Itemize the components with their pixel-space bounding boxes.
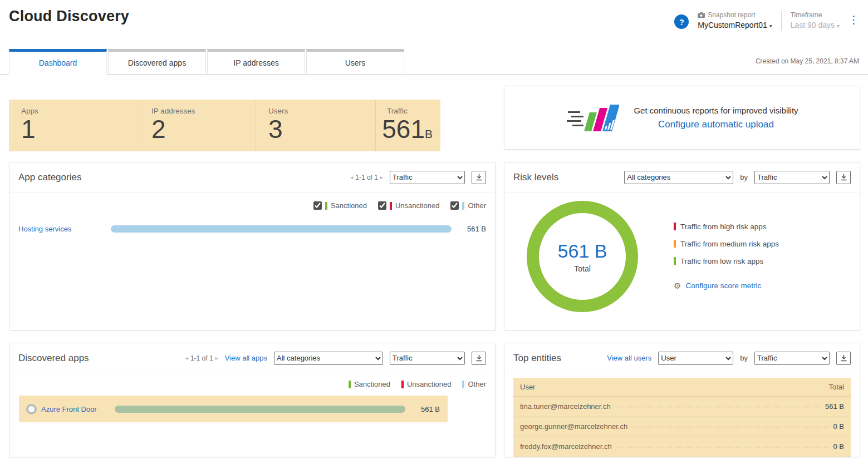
- app-link[interactable]: Azure Front Door: [41, 405, 115, 413]
- chevron-down-icon: ▾: [769, 23, 772, 29]
- other-color-chip: [462, 381, 464, 388]
- chevron-down-icon: ▾: [837, 23, 840, 29]
- risk-legend: Traffic from high risk apps Traffic from…: [674, 223, 779, 291]
- pager-prev-icon[interactable]: ◂: [350, 174, 353, 180]
- risk-donut-chart: 561 B Total: [527, 201, 638, 312]
- donut-total-value: 561 B: [558, 240, 607, 262]
- snapshot-report-selector[interactable]: Snapshot report MyCustomReport01 ▾: [698, 11, 772, 29]
- donut-total-label: Total: [574, 264, 591, 273]
- dotted-leader: [630, 427, 830, 427]
- risk-levels-category-select[interactable]: All categories: [624, 171, 733, 184]
- other-color-chip: [462, 202, 464, 210]
- category-bar-track: [111, 225, 452, 233]
- table-row[interactable]: tina.tuner@marcelzehner.ch 561 B: [513, 397, 851, 417]
- more-options-icon[interactable]: ⋮: [849, 14, 859, 25]
- timeframe-selector[interactable]: Timeframe Last 90 days ▾: [791, 11, 840, 29]
- top-entities-metric-select[interactable]: Traffic: [754, 352, 830, 365]
- tab-users[interactable]: Users: [306, 49, 404, 75]
- legend-sanctioned: Sanctioned: [349, 380, 390, 388]
- pager-prev-icon[interactable]: ◂: [185, 355, 188, 361]
- dashboard-content: Apps 1 IP addresses 2 Users 3 Traffic 56…: [0, 86, 868, 457]
- top-bar: Cloud Discovery ? Snapshot report MyCust…: [0, 0, 868, 28]
- legend-sanctioned: Sanctioned: [313, 201, 367, 210]
- configure-upload-link[interactable]: Configure automatic upload: [658, 119, 774, 130]
- by-label: by: [740, 354, 748, 362]
- pager-next-icon[interactable]: ▸: [380, 174, 383, 180]
- user-total: 0 B: [833, 422, 844, 431]
- user-email: tina.tuner@marcelzehner.ch: [520, 402, 611, 411]
- pager-range: 1-1 of 1: [190, 354, 213, 362]
- top-entities-title: Top entities: [513, 353, 561, 364]
- banner-message: Get continuous reports for improved visi…: [634, 106, 798, 115]
- top-entities-entity-select[interactable]: User: [658, 352, 733, 365]
- low-risk-color-chip: [674, 257, 676, 265]
- discovered-apps-category-select[interactable]: All categories: [274, 352, 383, 365]
- app-icon: [26, 404, 37, 414]
- legend-unsanctioned: Unsanctioned: [378, 201, 440, 210]
- upload-banner: Get continuous reports for improved visi…: [504, 86, 860, 150]
- summary-traffic: Traffic 561B: [376, 100, 440, 151]
- app-categories-metric-select[interactable]: Traffic: [390, 171, 465, 184]
- page-title: Cloud Discovery: [9, 8, 129, 25]
- help-button[interactable]: ?: [674, 14, 689, 29]
- sanctioned-color-chip: [325, 202, 327, 210]
- created-on-text: Created on May 25, 2021, 8:37 AM: [756, 57, 859, 74]
- download-icon: [840, 354, 847, 362]
- legend-other: Other: [462, 380, 486, 388]
- summary-strip: Apps 1 IP addresses 2 Users 3 Traffic 56…: [9, 100, 440, 151]
- top-bar-actions: ? Snapshot report MyCustomReport01 ▾ Tim…: [674, 11, 859, 31]
- by-label: by: [740, 173, 748, 181]
- top-entities-card: Top entities View all users User by Traf…: [504, 343, 860, 457]
- download-icon: [475, 174, 483, 181]
- summary-ip-addresses: IP addresses 2: [139, 100, 256, 151]
- download-icon: [475, 354, 483, 362]
- category-row: Hosting services 561 B: [9, 225, 495, 233]
- user-email: george.gunner@marcelzehner.ch: [520, 422, 627, 431]
- risk-levels-title: Risk levels: [513, 172, 558, 183]
- tab-ip-addresses[interactable]: IP addresses: [207, 49, 305, 75]
- download-button[interactable]: [472, 352, 486, 365]
- top-entities-table: User Total tina.tuner@marcelzehner.ch 56…: [513, 378, 851, 457]
- table-header: User Total: [513, 378, 851, 397]
- timeframe-label: Timeframe: [791, 11, 822, 19]
- configure-score-metric-link[interactable]: Configure score metric: [685, 282, 761, 290]
- reports-upload-icon: [566, 102, 619, 134]
- dotted-leader: [615, 447, 831, 447]
- download-button[interactable]: [472, 171, 486, 184]
- unsanctioned-checkbox[interactable]: [378, 201, 386, 210]
- legend-high-risk: Traffic from high risk apps: [674, 223, 779, 231]
- legend-medium-risk: Traffic from medium risk apps: [674, 240, 779, 248]
- summary-users: Users 3: [256, 100, 376, 151]
- category-value: 561 B: [452, 225, 486, 233]
- table-row[interactable]: freddy.fox@marcelzehner.ch 0 B: [513, 437, 851, 457]
- dotted-leader: [614, 407, 822, 407]
- discovered-apps-title: Discovered apps: [18, 353, 89, 364]
- risk-levels-card: Risk levels All categories by Traffic 56…: [504, 162, 860, 330]
- tab-discovered-apps[interactable]: Discovered apps: [108, 49, 206, 75]
- discovered-apps-card: Discovered apps ◂ 1-1 of 1 ▸ View all ap…: [9, 343, 496, 457]
- discovered-apps-metric-select[interactable]: Traffic: [390, 352, 465, 365]
- other-checkbox[interactable]: [450, 201, 459, 210]
- download-button[interactable]: [836, 171, 851, 184]
- sanctioned-checkbox[interactable]: [313, 201, 322, 210]
- category-link[interactable]: Hosting services: [18, 225, 111, 233]
- snapshot-report-value[interactable]: MyCustomReport01 ▾: [698, 21, 772, 29]
- medium-risk-color-chip: [674, 240, 676, 248]
- view-all-apps-link[interactable]: View all apps: [225, 354, 267, 362]
- pager-next-icon[interactable]: ▸: [215, 355, 218, 361]
- unsanctioned-color-chip: [401, 381, 404, 388]
- risk-levels-metric-select[interactable]: Traffic: [754, 171, 830, 184]
- app-categories-legend: Sanctioned Unsanctioned Other: [9, 192, 495, 210]
- app-categories-pager: ◂ 1-1 of 1 ▸: [350, 174, 383, 181]
- table-row[interactable]: george.gunner@marcelzehner.ch 0 B: [513, 417, 851, 437]
- tab-dashboard[interactable]: Dashboard: [9, 49, 107, 75]
- tab-strip: Dashboard Discovered apps IP addresses U…: [0, 49, 868, 75]
- timeframe-value[interactable]: Last 90 days ▾: [791, 21, 840, 29]
- sanctioned-color-chip: [349, 381, 351, 388]
- discovered-app-row[interactable]: Azure Front Door 561 B: [19, 396, 448, 422]
- app-value: 561 B: [405, 405, 440, 413]
- view-all-users-link[interactable]: View all users: [607, 354, 651, 362]
- download-button[interactable]: [836, 352, 851, 365]
- app-bar: [115, 406, 405, 413]
- user-column-header: User: [520, 383, 535, 391]
